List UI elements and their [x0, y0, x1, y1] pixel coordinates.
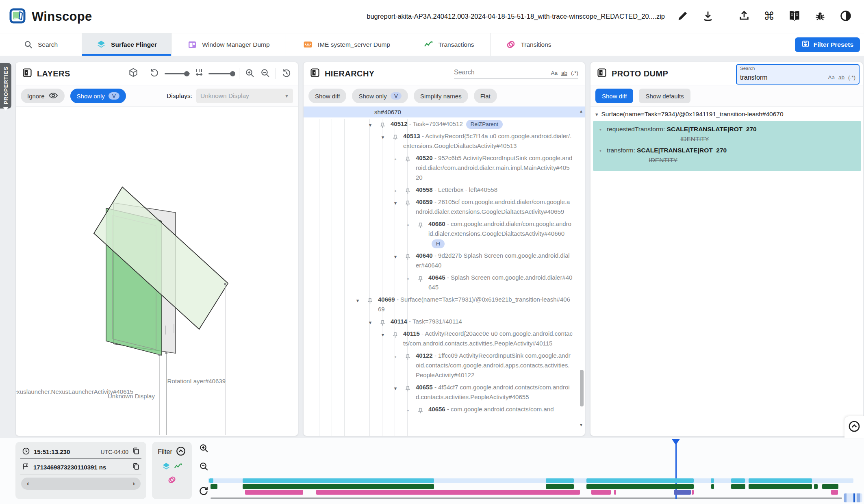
- transactions-trace-segment[interactable]: [731, 484, 745, 489]
- collapse-timeline-card[interactable]: [844, 416, 864, 438]
- shortcuts-button[interactable]: ⌘: [762, 9, 776, 24]
- surface-flinger-filter-icon[interactable]: [162, 462, 171, 473]
- transactions-trace-segment[interactable]: [586, 484, 694, 489]
- match-word-icon[interactable]: ab: [561, 70, 567, 76]
- range-handle[interactable]: [857, 493, 860, 502]
- zoom-out-icon[interactable]: [260, 68, 270, 80]
- proto-search-field[interactable]: Search transform Aa ab (.*): [736, 64, 860, 85]
- show-only-v-button[interactable]: Show only V: [70, 89, 126, 103]
- timeline-zoom-out-icon[interactable]: [199, 461, 209, 473]
- regex-icon[interactable]: (.*): [571, 70, 578, 76]
- slider-handle[interactable]: [230, 71, 235, 76]
- filter-presets-button[interactable]: Filter Presets: [795, 37, 860, 52]
- collapse-arrow-icon[interactable]: ▾: [367, 120, 373, 130]
- transitions-trace-segment[interactable]: [831, 490, 838, 495]
- show-diff-button[interactable]: Show diff: [308, 89, 346, 103]
- transactions-trace-segment[interactable]: [711, 484, 714, 489]
- proto-root-node[interactable]: ▾ Surface(name=Task=7934)/@0x1941191_tra…: [590, 106, 863, 121]
- tree-node[interactable]: sh#40670: [304, 106, 585, 117]
- transactions-filter-icon[interactable]: [174, 462, 182, 473]
- tree-node[interactable]: ▾40512 - Task=7934#40512RelZParent: [304, 119, 585, 129]
- slider-handle[interactable]: [184, 71, 189, 76]
- transitions-trace-segment[interactable]: [591, 490, 611, 495]
- cursor-head-icon[interactable]: [672, 439, 680, 445]
- property-row[interactable]: •transform: SCALE|TRANSLATE|ROT_270IDENT…: [607, 146, 857, 165]
- regex-icon[interactable]: (.*): [848, 74, 855, 80]
- surface-flinger-trace-segment[interactable]: [711, 478, 714, 483]
- match-case-icon[interactable]: Aa: [551, 70, 558, 76]
- collapse-arrow-icon[interactable]: ▾: [595, 111, 598, 117]
- rotation-slider[interactable]: [165, 73, 190, 74]
- collapse-arrow-icon[interactable]: ▾: [354, 296, 361, 306]
- collapse-arrow-icon[interactable]: ▾: [380, 330, 386, 340]
- transitions-trace-segment[interactable]: [614, 490, 616, 495]
- tree-node[interactable]: •40558 - Letterbox - left#40558: [304, 185, 585, 195]
- edit-file-button[interactable]: [675, 9, 690, 24]
- report-bug-button[interactable]: [813, 9, 827, 24]
- tab-window-manager-dump[interactable]: Window Manager Dump: [171, 33, 286, 56]
- displays-select[interactable]: Unknown Display ▼: [196, 89, 293, 103]
- collapse-arrow-icon[interactable]: ▾: [367, 318, 373, 328]
- collapse-arrow-icon[interactable]: ▾: [392, 198, 399, 208]
- download-button[interactable]: [701, 9, 715, 24]
- tree-node[interactable]: ▾40115 - ActivityRecord{20ace0e u0 com.g…: [304, 329, 585, 348]
- spacing-slider[interactable]: [208, 73, 234, 74]
- transactions-trace-segment[interactable]: [822, 484, 838, 489]
- collapse-arrow-icon[interactable]: ▾: [392, 384, 399, 393]
- transitions-trace-segment[interactable]: [316, 490, 580, 495]
- tree-node[interactable]: •40520 - 952c6b5 ActivityRecordInputSink…: [304, 153, 585, 182]
- transitions-trace-segment[interactable]: [245, 490, 303, 495]
- match-case-icon[interactable]: Aa: [828, 74, 835, 80]
- properties-collapsed-tab[interactable]: PROPERTIES: [0, 63, 11, 109]
- frame-step-control[interactable]: ‹ ›: [21, 478, 141, 490]
- hierarchy-search-field[interactable]: Search Aa ab (.*): [454, 69, 578, 78]
- tab-ime-dump[interactable]: IME system_server Dump: [286, 33, 407, 56]
- layers-3d-view[interactable]: RotationLayer#40639 exuslauncher.NexusLa…: [16, 107, 297, 435]
- tab-transactions[interactable]: Transactions: [407, 33, 491, 56]
- range-handle[interactable]: [844, 493, 847, 502]
- transactions-trace-segment[interactable]: [546, 484, 574, 489]
- ns-time-row[interactable]: 1713469873230110391 ns: [20, 461, 141, 474]
- 3d-view-icon[interactable]: [128, 67, 139, 80]
- transactions-trace-segment[interactable]: [243, 484, 434, 489]
- surface-flinger-trace-segment[interactable]: [749, 478, 812, 483]
- tab-surface-flinger[interactable]: Surface Flinger: [82, 33, 171, 56]
- tree-node[interactable]: ▾40640 - 9d2d27b Splash Screen com.googl…: [304, 251, 585, 270]
- tree-node[interactable]: •40122 - 1ffcc09 ActivityRecordInputSink…: [304, 351, 585, 380]
- flat-button[interactable]: Flat: [474, 89, 497, 103]
- tree-node[interactable]: ▾40659 - 26105cf com.google.android.dial…: [304, 197, 585, 217]
- tree-node[interactable]: ▾40513 - ActivityRecord{5c7f14a u0 com.g…: [304, 131, 585, 151]
- show-only-v-button[interactable]: Show only V: [352, 89, 408, 103]
- human-time-row[interactable]: 15:51:13.230 UTC-04:00: [20, 445, 141, 459]
- match-word-icon[interactable]: ab: [838, 74, 844, 80]
- tree-node[interactable]: •40660 - com.google.android.dialer/com.g…: [304, 219, 585, 248]
- copy-icon[interactable]: [132, 463, 140, 472]
- timeline-range-slider[interactable]: [844, 493, 862, 502]
- transactions-trace-segment[interactable]: [814, 484, 818, 489]
- dark-mode-toggle[interactable]: [838, 8, 853, 25]
- surface-flinger-trace-segment[interactable]: [586, 478, 694, 483]
- scrollbar-thumb[interactable]: [580, 370, 584, 406]
- surface-flinger-trace-segment[interactable]: [546, 478, 574, 483]
- show-defaults-button[interactable]: Show defaults: [639, 89, 690, 103]
- transitions-trace-segment[interactable]: [674, 490, 691, 495]
- copy-icon[interactable]: [132, 447, 140, 456]
- rotation-reset-icon[interactable]: [150, 68, 159, 79]
- surface-flinger-trace-segment[interactable]: [731, 478, 745, 483]
- tree-node[interactable]: •40645 - Splash Screen com.google.androi…: [304, 273, 585, 292]
- simplify-names-button[interactable]: Simplify names: [414, 89, 468, 103]
- collapse-filter-icon[interactable]: [176, 446, 186, 458]
- collapse-arrow-icon[interactable]: ▾: [392, 252, 399, 262]
- timeline-reset-zoom-icon[interactable]: [198, 485, 209, 497]
- transactions-trace-segment[interactable]: [749, 484, 812, 489]
- transactions-trace-segment[interactable]: [211, 484, 217, 489]
- timeline-canvas[interactable]: [208, 435, 864, 504]
- tab-transitions[interactable]: Transitions: [491, 33, 567, 56]
- zoom-in-icon[interactable]: [245, 68, 255, 80]
- show-diff-button[interactable]: Show diff: [595, 89, 633, 103]
- tab-search[interactable]: Search: [0, 33, 82, 56]
- tree-node[interactable]: ▾40655 - 4f54cf7 com.google.android.cont…: [304, 382, 585, 402]
- transitions-filter-icon[interactable]: [167, 476, 176, 486]
- upload-button[interactable]: [737, 9, 751, 24]
- scroll-down-icon[interactable]: ▼: [579, 423, 583, 427]
